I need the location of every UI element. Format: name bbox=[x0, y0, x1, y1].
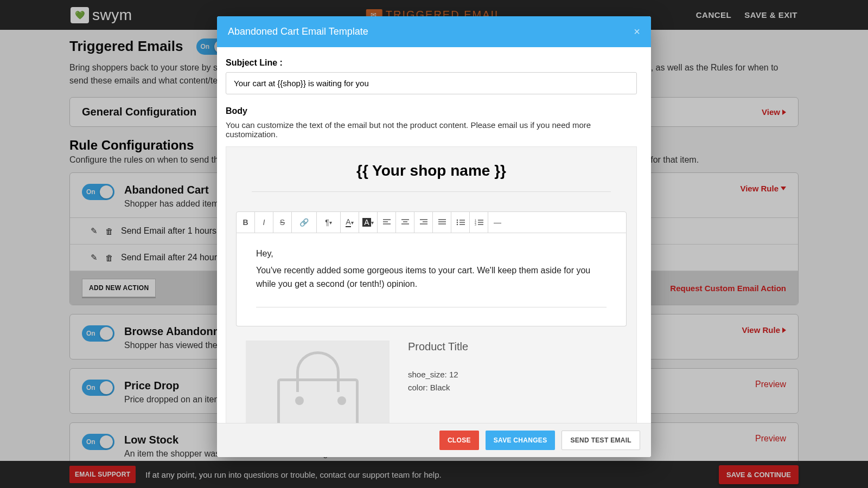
body-label: Body bbox=[226, 106, 637, 116]
modal-title: Abandoned Cart Email Template bbox=[228, 26, 368, 37]
align-center-button[interactable] bbox=[396, 212, 414, 233]
subject-label: Subject Line : bbox=[226, 58, 637, 68]
product-image-placeholder bbox=[246, 341, 390, 423]
email-preview-panel: {{ Your shop name }} B I S 🔗 ¶▾ A▾ A▾ bbox=[226, 146, 637, 423]
svg-point-16 bbox=[456, 224, 458, 226]
modal-footer: CLOSE SAVE CHANGES SEND TEST EMAIL bbox=[217, 423, 651, 457]
product-attr: color: Black bbox=[408, 381, 468, 394]
italic-button[interactable]: I bbox=[255, 212, 273, 233]
hr-button[interactable]: — bbox=[488, 212, 626, 233]
bg-color-button[interactable]: A▾ bbox=[359, 212, 378, 233]
bold-button[interactable]: B bbox=[237, 212, 255, 233]
align-justify-button[interactable] bbox=[433, 212, 451, 233]
greeting-text: Hey, bbox=[256, 247, 607, 261]
rich-text-toolbar: B I S 🔗 ¶▾ A▾ A▾ bbox=[236, 211, 627, 233]
text-color-button[interactable]: A▾ bbox=[341, 212, 359, 233]
ol-button[interactable]: 123 bbox=[470, 212, 488, 233]
email-template-modal: Abandoned Cart Email Template × Subject … bbox=[217, 16, 651, 457]
paragraph-text: You've recently added some gorgeous item… bbox=[256, 264, 607, 291]
divider bbox=[256, 307, 607, 307]
bag-icon bbox=[277, 378, 359, 423]
link-button[interactable]: 🔗 bbox=[292, 212, 317, 233]
subject-input[interactable] bbox=[226, 72, 637, 94]
product-title: Product Title bbox=[408, 341, 468, 353]
ul-button[interactable] bbox=[451, 212, 470, 233]
align-left-button[interactable] bbox=[378, 212, 396, 233]
body-note: You can customize the text of the email … bbox=[226, 120, 637, 139]
close-icon[interactable]: × bbox=[634, 25, 640, 38]
strike-button[interactable]: S bbox=[273, 212, 292, 233]
close-button[interactable]: CLOSE bbox=[439, 431, 479, 450]
shop-name-token: {{ Your shop name }} bbox=[252, 162, 611, 192]
align-right-button[interactable] bbox=[414, 212, 433, 233]
paragraph-button[interactable]: ¶▾ bbox=[317, 212, 341, 233]
save-changes-button[interactable]: SAVE CHANGES bbox=[486, 431, 556, 450]
email-editor-body[interactable]: Hey, You've recently added some gorgeous… bbox=[236, 233, 627, 326]
send-test-email-button[interactable]: SEND TEST EMAIL bbox=[561, 431, 640, 450]
product-attr: shoe_size: 12 bbox=[408, 368, 468, 381]
svg-point-14 bbox=[456, 222, 458, 223]
product-preview: Product Title shoe_size: 12 color: Black bbox=[236, 326, 627, 423]
svg-text:3: 3 bbox=[475, 223, 476, 226]
svg-point-12 bbox=[456, 220, 458, 221]
